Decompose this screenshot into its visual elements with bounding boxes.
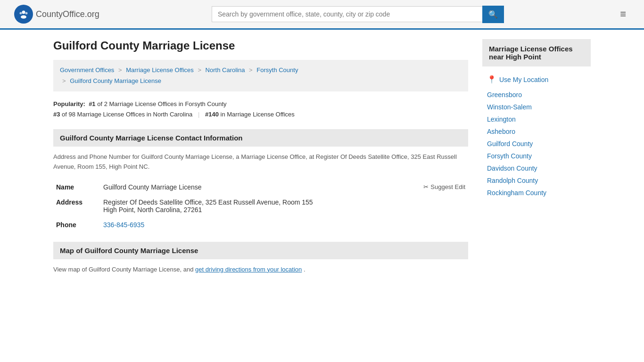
map-description: View map of Guilford County Marriage Lic… [53,265,468,275]
breadcrumb-link-marriage-license-offices[interactable]: Marriage License Offices [126,66,194,74]
phone-link[interactable]: 336-845-6935 [103,221,144,229]
pipe-separator: | [198,111,199,118]
contact-address-row: Address Register Of Deeds Satellite Offi… [53,195,468,217]
list-item: Rockingham County [487,187,586,199]
contact-description: Address and Phone Number for Guilford Co… [53,152,468,172]
phone-label: Phone [53,217,100,232]
map-section-header: Map of Guilford County Marriage License [53,242,468,259]
contact-table: Name Guilford County Marriage License ✂ … [53,180,468,232]
name-value: Guilford County Marriage License ✂ Sugge… [100,180,468,195]
main-content: Guilford County Marriage License Governm… [53,39,468,274]
location-pin-icon: 📍 [487,75,496,84]
popularity-label: Popularity: [53,100,85,107]
name-label: Name [53,180,100,195]
use-location-container: 📍 Use My Location [482,72,591,87]
phone-value: 336-845-6935 [100,217,468,232]
use-my-location-link[interactable]: Use My Location [499,76,548,83]
popularity-rank3: #140 [205,111,219,118]
page-container: Guilford County Marriage License Governm… [39,30,605,284]
contact-phone-row: Phone 336-845-6935 [53,217,468,232]
list-item: Davidson County [487,162,586,174]
search-icon: 🔍 [488,10,498,18]
breadcrumb-sep-4: > [62,77,66,84]
svg-point-4 [25,12,28,15]
breadcrumb-sep-2: > [198,66,201,74]
breadcrumb-link-north-carolina[interactable]: North Carolina [206,66,245,74]
popularity-rank1: #1 [89,100,95,107]
breadcrumb: Government Offices > Marriage License Of… [53,60,468,91]
page-title: Guilford County Marriage License [53,39,468,52]
list-item: Randolph County [487,174,586,187]
address-value: Register Of Deeds Satellite Office, 325 … [100,195,468,217]
popularity-section: Popularity: #1 of 2 Marriage License Off… [53,99,468,120]
sidebar-link-rockingham-county[interactable]: Rockingham County [487,189,546,197]
list-item: Greensboro [487,89,586,101]
address-line1: Register Of Deeds Satellite Office, 325 … [103,198,465,206]
suggest-edit-icon: ✂ [423,183,429,190]
popularity-rank3-text: in Marriage License Offices [221,111,295,118]
logo: CountyOffice.org [14,5,99,24]
popularity-rank2: #3 [53,111,60,118]
sidebar-header: Marriage License Offices near High Point [482,39,591,66]
sidebar-link-greensboro[interactable]: Greensboro [487,91,522,99]
breadcrumb-link-gov-offices[interactable]: Government Offices [60,66,114,74]
search-button[interactable]: 🔍 [482,6,504,23]
sidebar-link-randolph-county[interactable]: Randolph County [487,177,538,184]
list-item: Guilford County [487,138,586,150]
breadcrumb-sep-3: > [249,66,253,74]
menu-icon: ≡ [620,8,626,20]
popularity-rank1-text: of 2 Marriage License Offices in Forsyth… [97,100,226,107]
list-item: Winston-Salem [487,101,586,113]
address-line2: High Point, North Carolina, 27261 [103,206,465,214]
sidebar-link-forsyth-county[interactable]: Forsyth County [487,152,532,160]
list-item: Forsyth County [487,150,586,162]
map-desc-end: . [304,266,305,273]
svg-point-3 [20,12,22,15]
breadcrumb-sep-1: > [118,66,122,74]
sidebar-link-winston-salem[interactable]: Winston-Salem [487,103,532,111]
svg-point-2 [21,16,26,19]
breadcrumb-link-current[interactable]: Guilford County Marriage License [70,77,161,84]
sidebar-nearby-list: Greensboro Winston-Salem Lexington Asheb… [482,89,591,199]
search-bar: 🔍 [212,6,504,23]
list-item: Asheboro [487,125,586,138]
popularity-rank2-text: of 98 Marriage License Offices in North … [62,111,192,118]
sidebar-link-guilford-county[interactable]: Guilford County [487,140,533,148]
map-directions-link[interactable]: get driving directions from your locatio… [195,266,302,273]
sidebar-link-lexington[interactable]: Lexington [487,115,516,123]
sidebar-link-davidson-county[interactable]: Davidson County [487,165,537,172]
logo-text: CountyOffice.org [36,9,99,19]
address-label: Address [53,195,100,217]
menu-button[interactable]: ≡ [616,6,630,22]
breadcrumb-link-forsyth-county[interactable]: Forsyth County [256,66,298,74]
map-desc-start: View map of Guilford County Marriage Lic… [53,266,195,273]
search-input[interactable] [212,6,482,22]
svg-point-1 [22,11,25,14]
list-item: Lexington [487,113,586,125]
sidebar: Marriage License Offices near High Point… [482,39,591,274]
contact-section-header: Guilford County Marriage License Contact… [53,129,468,147]
site-header: CountyOffice.org 🔍 ≡ [0,0,644,30]
logo-icon [14,5,33,24]
sidebar-link-asheboro[interactable]: Asheboro [487,128,515,135]
contact-name-row: Name Guilford County Marriage License ✂ … [53,180,468,195]
suggest-edit-link[interactable]: ✂ Suggest Edit [423,183,465,190]
